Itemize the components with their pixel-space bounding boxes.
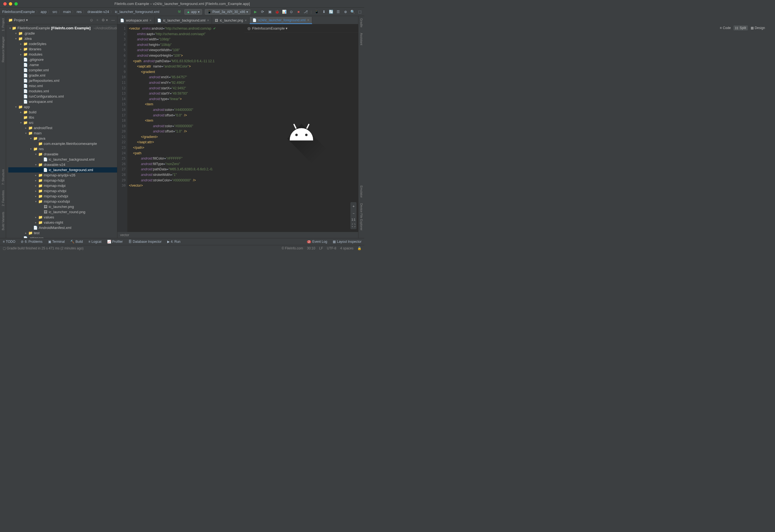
stop-icon[interactable]: ■ <box>297 10 301 14</box>
maximize-icon[interactable] <box>14 2 18 6</box>
tree-row[interactable]: 📄runConfigurations.xml <box>8 94 117 99</box>
close-icon[interactable] <box>3 2 7 6</box>
layout-inspector-btn[interactable]: ▦ Layout Inspector <box>333 240 362 244</box>
stripe-favorites[interactable]: 2: Favorites <box>1 190 5 206</box>
tree-row[interactable]: ▸📁mipmap-xxhdpi <box>8 194 117 199</box>
vcs-icon[interactable]: ⎇ <box>304 10 308 14</box>
problems-btn[interactable]: ⊘ 6: Problems <box>21 240 42 244</box>
tree-row[interactable]: ▸📁codeStyles <box>8 41 117 46</box>
code-editor[interactable]: <vector xmlns:android="http://schemas.an… <box>127 24 245 232</box>
tree-row[interactable]: 📄ic_launcher_background.xml <box>8 157 117 162</box>
lock-icon[interactable]: 🔒 <box>357 246 362 250</box>
run-icon[interactable]: ▶ <box>253 10 258 14</box>
tree-row[interactable]: 📁com.example.fileinfocomexample <box>8 141 117 146</box>
target-icon[interactable]: ◎ <box>248 26 251 30</box>
tree-row[interactable]: 📄compiler.xml <box>8 67 117 73</box>
stripe-resource-manager[interactable]: Resource Manager <box>1 36 5 62</box>
editor-breadcrumb[interactable]: vector <box>117 232 358 238</box>
stripe-emulator[interactable]: Emulator <box>360 186 363 198</box>
tree-row[interactable]: 📁libs <box>8 115 117 120</box>
logcat-btn[interactable]: ≡ Logcat <box>88 240 101 244</box>
editor-tab[interactable]: 🖼ic_launcher.png× <box>212 17 250 24</box>
terminal-btn[interactable]: ▣ Terminal <box>48 240 65 244</box>
hammer-icon[interactable]: ⚒ <box>177 10 181 14</box>
structure-icon[interactable]: ☰ <box>336 10 340 14</box>
tree-row[interactable]: 📄AndroidManifest.xml <box>8 225 117 230</box>
tree-row[interactable]: ▸📁test <box>8 230 117 236</box>
stripe-structure[interactable]: 7: Structure <box>1 169 5 185</box>
tree-row[interactable]: 📄ic_launcher_foreground.xml <box>8 167 117 173</box>
search-icon[interactable]: 🔍 <box>350 10 355 14</box>
tree-row[interactable]: ▸📁mipmap-xhdpi <box>8 188 117 194</box>
tree-row[interactable]: 📄misc.xml <box>8 83 117 88</box>
tree-row[interactable]: 📄gradle.xml <box>8 73 117 78</box>
collapse-icon[interactable]: ÷ <box>96 18 98 22</box>
zoom-reset-icon[interactable]: 1:1 <box>352 218 355 221</box>
build-btn[interactable]: 🔨 Build <box>70 240 83 244</box>
tree-row[interactable]: ▾📁drawable-v24 <box>8 162 117 167</box>
tree-row[interactable]: ▸📁androidTest <box>8 125 117 131</box>
tree-row[interactable]: 📄.gitignore <box>8 57 117 62</box>
profiler-icon[interactable]: 📊 <box>282 10 287 14</box>
editor-tab[interactable]: 📄workspace.xml× <box>117 17 154 24</box>
preview-canvas[interactable]: ＋ － 1:1 ⛶ <box>245 33 358 232</box>
debug-icon[interactable]: 🐞 <box>275 10 279 14</box>
project-tree[interactable]: ▾📁FileInfocomExample [FileInfo.com Examp… <box>6 24 117 238</box>
tree-row[interactable]: 🖼ic_launcher.png <box>8 204 117 209</box>
tree-row[interactable]: 🖼ic_launcher_round.png <box>8 209 117 215</box>
gutter[interactable]: 1234567891011121314151617181920212223242… <box>117 24 127 232</box>
event-log-btn[interactable]: 2 Event Log <box>307 240 327 244</box>
sidebar-view-select[interactable]: 📁 Project ▾ <box>8 18 28 22</box>
stripe-build-variants[interactable]: Build Variants <box>1 212 5 230</box>
gear-icon[interactable]: ⚙ ▾ <box>101 18 108 22</box>
tree-row[interactable]: 📄workspace.xml <box>8 99 117 104</box>
tree-row[interactable]: ▸📁mipmap-mdpi <box>8 183 117 188</box>
breadcrumb-item[interactable]: FileInfocomExample <box>2 10 35 14</box>
stripe-device-explorer[interactable]: Device File Explorer <box>360 203 363 230</box>
sync-icon[interactable]: 🔄 <box>329 10 333 14</box>
tree-row[interactable]: ▾📁src <box>8 120 117 125</box>
tree-row[interactable]: ▾📁main <box>8 131 117 136</box>
profiler-btn[interactable]: 📈 Profiler <box>107 240 123 244</box>
assistant-icon[interactable]: ⊕ <box>343 10 348 14</box>
tree-row[interactable]: ▾📁.gradle <box>8 31 117 36</box>
breadcrumb-item[interactable]: main <box>63 10 71 14</box>
breadcrumb-item[interactable]: app <box>41 10 47 14</box>
zoom-fit-icon[interactable]: ⛶ <box>352 223 355 228</box>
tree-row[interactable]: ▾📁drawable <box>8 152 117 157</box>
tree-row[interactable]: 📄modules.xml <box>8 88 117 94</box>
settings-icon[interactable]: ⬚ <box>358 10 362 14</box>
avd-icon[interactable]: 📱 <box>314 10 319 14</box>
editor-tab[interactable]: 📄v24/ic_launcher_foreground.xml× <box>250 17 312 24</box>
tree-row[interactable]: 📄.gitignore <box>8 236 117 238</box>
breadcrumb-item[interactable]: drawable-v24 <box>87 10 109 14</box>
tree-row[interactable]: ▸📁values <box>8 215 117 220</box>
tree-row[interactable]: ▸📁modules <box>8 52 117 57</box>
tree-row[interactable]: ▸📁mipmap-hdpi <box>8 178 117 183</box>
zoom-in-icon[interactable]: ＋ <box>352 204 355 209</box>
minimize-icon[interactable] <box>9 2 12 6</box>
db-inspector-btn[interactable]: 🗄 Database Inspector <box>128 240 162 244</box>
tree-row[interactable]: ▾📁res <box>8 146 117 152</box>
breadcrumb-item[interactable]: src <box>52 10 57 14</box>
tree-row[interactable]: ▾📁.idea <box>8 36 117 41</box>
apply-changes-icon[interactable]: ⟳ <box>261 10 265 14</box>
tree-row[interactable]: ▾📁app <box>8 104 117 109</box>
select-file-icon[interactable]: ⊙ <box>90 18 93 22</box>
ide-status-icon[interactable]: ▢ <box>3 246 6 250</box>
tree-row[interactable]: ▸📁build <box>8 109 117 115</box>
tree-row[interactable]: ▾📁FileInfocomExample [FileInfo.com Examp… <box>8 25 117 31</box>
attach-debug-icon[interactable]: ⊙ <box>289 10 294 14</box>
tree-row[interactable]: ▸📁mipmap-anydpi-v26 <box>8 173 117 178</box>
tree-row[interactable]: ▾📁java <box>8 136 117 141</box>
cursor-position[interactable]: 30:10 <box>307 246 315 250</box>
tree-row[interactable]: ▸📁values-night <box>8 220 117 225</box>
line-ending[interactable]: LF <box>319 246 323 250</box>
editor-tab[interactable]: 📄ic_launcher_background.xml× <box>154 17 212 24</box>
stripe-assistant[interactable]: Assistant <box>360 33 363 45</box>
stripe-gradle[interactable]: Gradle <box>360 18 363 27</box>
preview-config-combo[interactable]: FileInfocomExample ▾ <box>252 26 288 30</box>
zoom-out-icon[interactable]: － <box>352 211 355 216</box>
breadcrumb-item[interactable]: res <box>77 10 82 14</box>
tree-row[interactable]: ▸📁libraries <box>8 46 117 52</box>
